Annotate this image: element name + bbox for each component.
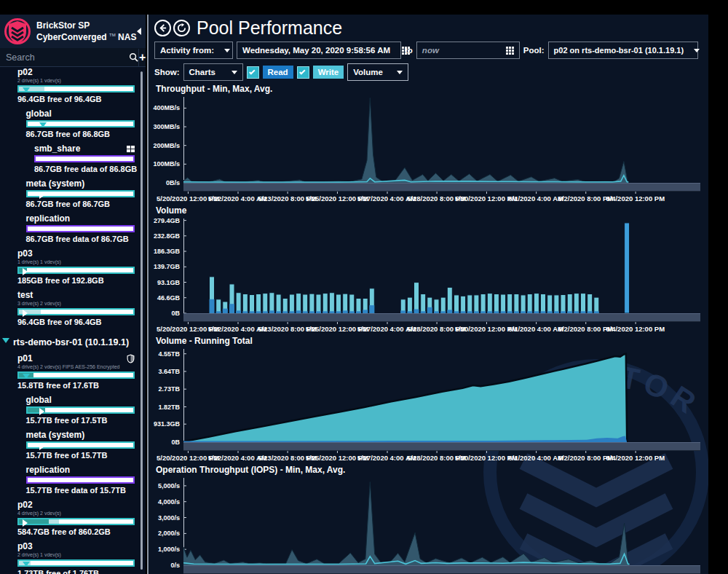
pool-name[interactable]: p01	[17, 354, 33, 363]
pool-item[interactable]: p03 2 drive(s) 1 vdev(s) 1.73TB free of …	[0, 542, 146, 574]
capacity-text: 96.4GB free of 96.4GB	[17, 94, 146, 104]
activity-from-select[interactable]: Activity from:	[154, 42, 233, 59]
chevron-down-icon	[694, 49, 700, 52]
chart-scrollbar[interactable]	[183, 442, 700, 451]
capacity-text: 15.8TB free of 17.6TB	[17, 380, 146, 390]
chart-scrollbar[interactable]	[183, 565, 700, 574]
charts: Throughput - Min, Max, Avg. 400MB/s300MB…	[149, 84, 708, 574]
capacity-bar	[34, 155, 135, 162]
x-axis-label: 6/4/2020 12:00 PM	[606, 194, 665, 203]
dataset-name[interactable]: smb_share	[34, 144, 80, 154]
dataset-item[interactable]: replication 15.7TB free data of 15.7TB	[0, 465, 146, 500]
search-input[interactable]	[0, 49, 129, 66]
sidebar: BrickStor SP CyberConverged TM NAS + p02…	[0, 15, 146, 574]
y-axis-label: 1,000/s	[158, 546, 180, 553]
dataset-item[interactable]: smb_share 86.7GB free data of 86.8GB	[0, 144, 146, 179]
write-checkbox[interactable]	[297, 66, 309, 79]
expand-icon[interactable]	[23, 87, 30, 93]
read-checkbox[interactable]	[247, 66, 259, 79]
dataset-item[interactable]: meta (system) 15.7TB free of 15.7TB	[0, 430, 146, 465]
date-to-input[interactable]: now	[416, 42, 520, 59]
dataset-item[interactable]: replication 86.7GB free data of 86.7GB	[0, 214, 146, 249]
dataset-name[interactable]: meta (system)	[26, 179, 85, 189]
back-button[interactable]	[154, 20, 171, 36]
expand-icon[interactable]	[39, 122, 47, 127]
to-label: to	[405, 46, 413, 55]
dataset-item[interactable]: global 86.7GB free of 86.8GB	[0, 109, 146, 144]
toolbar-row-2: Show: Charts Read Write Volume	[154, 63, 708, 82]
dataset-name[interactable]: global	[26, 396, 52, 405]
capacity-bar	[17, 371, 135, 379]
search-icon[interactable]	[129, 52, 138, 62]
expand-icon[interactable]	[39, 192, 44, 199]
chart-plot-area	[183, 349, 700, 442]
sidebar-host-row[interactable]: rts-demo-bsr-01 (10.1.19.1)	[0, 332, 146, 354]
read-badge[interactable]: Read	[263, 66, 293, 79]
brickstor-logo	[4, 17, 31, 46]
pool-name[interactable]: p02	[17, 500, 33, 510]
chart-volume-running-total: Volume - Running Total 4.55TB3.64TB2.73T…	[149, 336, 708, 463]
chart-scrollbar[interactable]	[183, 183, 700, 192]
dataset-name[interactable]: replication	[26, 214, 71, 224]
expand-icon[interactable]	[23, 562, 30, 567]
refresh-button[interactable]	[173, 20, 190, 36]
y-axis-label: 279.4GB	[154, 217, 180, 224]
pool-name[interactable]: p03	[17, 542, 33, 551]
dataset-item[interactable]: global 15.7TB free of 17.5TB	[0, 396, 146, 430]
sidebar-collapse-icon[interactable]	[137, 28, 141, 35]
y-axis-label: 232.8GB	[154, 232, 180, 240]
app-window: BrickStor SP CyberConverged TM NAS + p02…	[0, 0, 728, 574]
pool-item[interactable]: p02 4 drive(s) 2 vdev(s) 584.7GB free of…	[0, 500, 146, 542]
expand-icon[interactable]	[23, 519, 28, 527]
pool-item[interactable]: p03 1 drive(s) 1 vdev(s) 185GB free of 1…	[0, 249, 146, 291]
charts-select[interactable]: Charts	[183, 63, 243, 81]
pool-select[interactable]: p02 on rts-demo-bsr-01 (10.1.19.1)	[548, 42, 698, 59]
chart-title: Volume	[156, 205, 708, 216]
dataset-name[interactable]: global	[26, 109, 52, 119]
capacity-bar	[17, 559, 135, 567]
chevron-down-icon	[397, 71, 403, 74]
x-axis-label: 6/2/2020 8:00 PM	[558, 194, 614, 203]
y-axis-label: 4.55TB	[158, 350, 180, 358]
chart-plot-area	[183, 219, 700, 313]
y-axis-label: 300MB/s	[153, 123, 180, 130]
expand-icon[interactable]	[39, 408, 44, 415]
pool-name[interactable]: test	[17, 291, 33, 300]
expand-icon[interactable]	[2, 338, 9, 343]
sidebar-scrollbar[interactable]	[141, 71, 143, 570]
expand-icon[interactable]	[23, 268, 28, 275]
pool-meta: 4 drive(s) 2 vdev(s)	[17, 510, 146, 516]
expand-icon[interactable]	[23, 374, 30, 379]
date-from-input[interactable]: Wednesday, May 20, 2020 9:58:56 AM	[237, 42, 401, 59]
capacity-text: 1.73TB free of 1.76TB	[17, 568, 146, 574]
pool-item[interactable]: p02 2 drive(s) 1 vdev(s) 96.4GB free of …	[0, 68, 146, 109]
chart-plot-area	[183, 97, 700, 183]
volume-select[interactable]: Volume	[347, 63, 408, 81]
chart-scrollbar[interactable]	[183, 313, 700, 322]
chart-title: Volume - Running Total	[156, 336, 708, 346]
brand-text: BrickStor SP CyberConverged TM NAS	[36, 21, 136, 42]
x-axis-label: 6/1/2020 4:00 AM	[508, 194, 563, 203]
pool-item[interactable]: test 3 drive(s) 2 vdev(s) 96.4GB free of…	[0, 291, 146, 332]
y-axis-label: 400MB/s	[153, 104, 180, 111]
y-axis-label: 4,000/s	[158, 498, 180, 506]
calendar-icon[interactable]	[506, 47, 514, 55]
y-axis-label: 200MB/s	[153, 142, 180, 149]
pool-name[interactable]: p03	[17, 249, 33, 259]
pool-meta: 2 drive(s) 1 vdev(s)	[17, 551, 146, 558]
chart-throughput: Throughput - Min, Max, Avg. 400MB/s300MB…	[149, 84, 708, 203]
expand-icon[interactable]	[23, 310, 28, 317]
pool-label: Pool:	[523, 46, 545, 55]
write-badge[interactable]: Write	[313, 66, 344, 79]
pool-item[interactable]: p01 4 drive(s) 2 vdev(s) FIPS AES-256 En…	[0, 354, 146, 396]
add-pool-button[interactable]: +	[138, 49, 146, 66]
show-label: Show:	[154, 68, 180, 76]
x-axis-label: 6/1/2020 4:00 AM	[508, 325, 563, 333]
check-icon	[249, 68, 255, 74]
expand-icon[interactable]	[39, 443, 44, 450]
dataset-item[interactable]: meta (system) 86.7GB free of 86.7GB	[0, 179, 146, 214]
dataset-name[interactable]: replication	[26, 465, 71, 475]
capacity-text: 15.7TB free data of 15.7TB	[26, 485, 146, 495]
dataset-name[interactable]: meta (system)	[26, 430, 85, 440]
pool-name[interactable]: p02	[17, 68, 33, 77]
